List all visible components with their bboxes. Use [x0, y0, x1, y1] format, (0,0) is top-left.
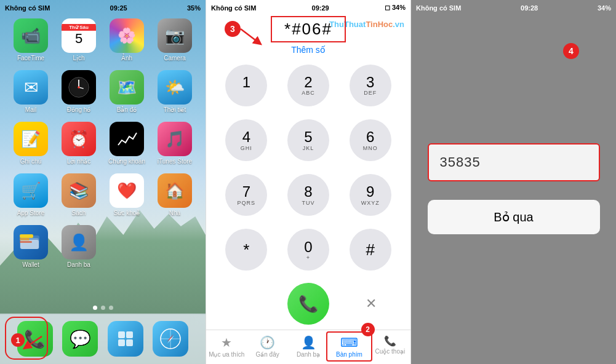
dock-messages[interactable]: 💬: [62, 321, 98, 357]
key-3[interactable]: 3 DEF: [350, 65, 391, 106]
app-sach[interactable]: 📚 Sách: [59, 173, 98, 216]
dialer-header: ThuThuatTinHoc.vn *#06# Thêm số 3: [206, 14, 410, 56]
battery-3: 34%: [598, 4, 611, 12]
dialer-screen: Không có SIM 09:29 ◻ 34% ThuThuatTinHoc.…: [206, 0, 411, 364]
app-facetime[interactable]: 📹 FaceTime: [11, 18, 50, 61]
tab-cuoc-thoai[interactable]: 📞 Cuộc thoại: [370, 333, 410, 360]
key-star[interactable]: *: [225, 229, 267, 271]
key-8[interactable]: 8 TUV: [287, 174, 329, 216]
dialer-actions: 📞 ✕: [206, 279, 410, 330]
key-1[interactable]: 1: [225, 65, 267, 106]
carrier-1: Không có SIM: [5, 4, 50, 12]
annotation-4: 4: [563, 43, 579, 59]
battery-2: ◻ 34%: [385, 4, 406, 12]
status-bar-2: Không có SIM 09:29 ◻ 34%: [206, 0, 410, 14]
key-7[interactable]: 7 PQRS: [225, 174, 267, 216]
tab-gan-day[interactable]: 🕐 Gần đây: [247, 333, 287, 360]
battery-1: 35%: [187, 4, 201, 12]
page-indicator: [0, 306, 206, 310]
tab-ban-phim[interactable]: ⌨ Bàn phím 2: [329, 333, 369, 360]
delete-button[interactable]: ✕: [359, 291, 383, 316]
app-bando[interactable]: 🗺️ Bản đồ: [107, 70, 146, 113]
key-0[interactable]: 0 +: [287, 229, 329, 271]
imei-number-display: 35835: [428, 143, 600, 181]
app-suckhoe[interactable]: ❤️ Sức khoẻ: [107, 173, 146, 216]
dialpad: 1 2 ABC 3 DEF 4 GHI 5 JKL 6 MNO 7 PQRS 8: [206, 56, 410, 279]
tab-danh-ba[interactable]: 👤 Danh bạ: [288, 333, 329, 360]
app-lich[interactable]: Thứ Sáu 5 Lịch: [59, 18, 98, 61]
svg-rect-15: [126, 339, 133, 346]
key-hash[interactable]: #: [350, 229, 391, 271]
app-loinhac[interactable]: ⏰ Lời nhắc: [59, 122, 98, 165]
svg-rect-9: [20, 235, 33, 237]
status-bar-1: Không có SIM 09:25 35%: [0, 0, 206, 14]
app-wallet[interactable]: Wallet: [11, 225, 50, 268]
call-button[interactable]: 📞: [287, 283, 329, 325]
add-number-label[interactable]: Thêm số: [214, 45, 403, 55]
dialer-code: *#06#: [271, 16, 346, 42]
key-9[interactable]: 9 WXYZ: [350, 174, 391, 216]
app-appstore[interactable]: 🛒 App Store: [11, 173, 50, 216]
svg-rect-12: [118, 331, 125, 338]
dock-multitask[interactable]: [108, 321, 143, 357]
status-bar-3: Không có SIM 09:28 34%: [411, 0, 616, 14]
svg-rect-14: [118, 339, 125, 346]
time-1: 09:25: [110, 4, 127, 12]
app-anh[interactable]: 🌸 Ảnh: [107, 18, 146, 61]
key-6[interactable]: 6 MNO: [350, 119, 391, 161]
annotation-2: 2: [361, 323, 375, 336]
imei-screen: Không có SIM 09:28 34% 4 35835 Bỏ qua: [411, 0, 616, 364]
key-5[interactable]: 5 JKL: [287, 119, 329, 161]
dock-safari[interactable]: [153, 321, 188, 357]
app-mail[interactable]: ✉ Mail: [11, 70, 50, 113]
app-camera[interactable]: 📷 Camera: [155, 18, 194, 61]
key-4[interactable]: 4 GHI: [225, 119, 267, 161]
tab-mua-ua-thich[interactable]: ★ Mục ưa thích: [206, 333, 247, 360]
phone-highlight: [5, 317, 48, 360]
app-danhba[interactable]: 👤 Danh ba: [59, 225, 98, 268]
app-ghichu[interactable]: 📝 Ghi chú: [11, 122, 50, 165]
app-nha[interactable]: 🏠 Nhà: [155, 173, 194, 216]
time-3: 09:28: [521, 4, 538, 12]
time-2: 09:29: [312, 4, 329, 12]
annotation-3: 3: [225, 21, 241, 37]
home-screen: Không có SIM 09:25 35% 📹 FaceTime Thứ Sá…: [0, 0, 206, 364]
svg-point-4: [78, 86, 80, 89]
svg-line-22: [241, 29, 258, 42]
imei-content: 4 35835 Bỏ qua: [411, 14, 616, 364]
dialer-tabs: ★ Mục ưa thích 🕐 Gần đây 👤 Danh bạ ⌨ Bàn…: [206, 330, 410, 364]
carrier-3: Không có SIM: [416, 4, 461, 12]
svg-rect-13: [126, 331, 133, 338]
app-chungkhoan[interactable]: Chứng khoán: [107, 122, 146, 165]
key-2[interactable]: 2 ABC: [287, 65, 329, 106]
skip-button[interactable]: Bỏ qua: [428, 200, 600, 234]
app-thoitiet[interactable]: 🌤️ Thời tiết: [155, 70, 194, 113]
app-itunes[interactable]: 🎵 iTunes Store: [155, 122, 194, 165]
svg-rect-11: [20, 241, 32, 243]
app-grid: 📹 FaceTime Thứ Sáu 5 Lịch 🌸 Ảnh 📷 Camera…: [0, 14, 206, 268]
app-donghо[interactable]: Đồng hồ: [59, 70, 98, 113]
carrier-2: Không có SIM: [211, 4, 256, 12]
svg-rect-10: [20, 238, 30, 240]
